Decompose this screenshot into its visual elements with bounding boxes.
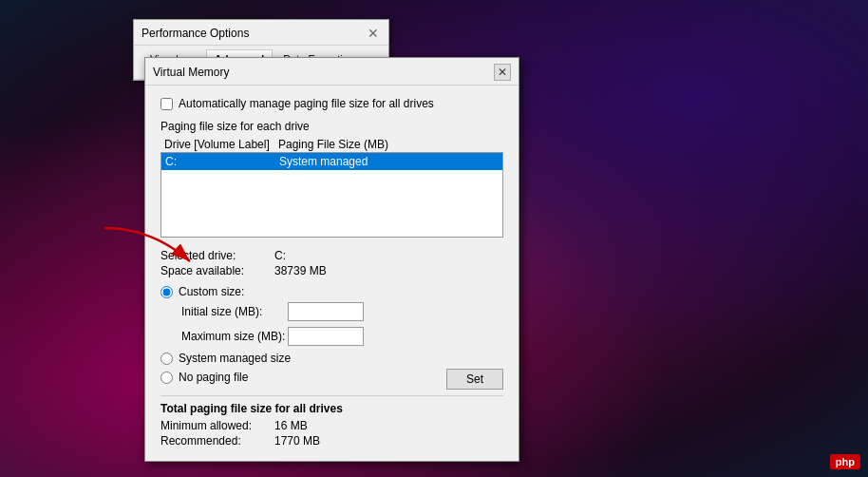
- set-button[interactable]: Set: [446, 369, 503, 390]
- paging-table-header: Drive [Volume Label] Paging File Size (M…: [160, 137, 503, 152]
- drive-c-paging-size: System managed: [279, 155, 499, 168]
- auto-manage-checkbox[interactable]: [160, 98, 173, 110]
- system-managed-radio[interactable]: [160, 353, 173, 365]
- drive-c-label: C:: [165, 155, 279, 168]
- custom-size-radio[interactable]: [160, 286, 173, 298]
- virtual-memory-dialog: Virtual Memory ✕ Automatically manage pa…: [144, 57, 519, 462]
- selected-drive-value: C:: [274, 249, 286, 262]
- initial-size-row: Initial size (MB):: [164, 302, 503, 321]
- auto-manage-label: Automatically manage paging file size fo…: [179, 97, 434, 110]
- vm-title: Virtual Memory: [153, 66, 229, 79]
- performance-options-titlebar: Performance Options ✕: [134, 20, 388, 46]
- no-paging-label: No paging file: [179, 371, 248, 384]
- custom-size-row: Custom size:: [160, 285, 503, 298]
- selected-drive-row: Selected drive: C:: [160, 249, 503, 262]
- no-paging-radio[interactable]: [160, 372, 173, 384]
- paging-size-column-header: Paging File Size (MB): [278, 138, 500, 151]
- vm-titlebar: Virtual Memory ✕: [145, 58, 519, 86]
- performance-options-close-icon[interactable]: ✕: [366, 26, 381, 41]
- custom-size-label: Custom size:: [179, 285, 244, 298]
- vm-close-button[interactable]: ✕: [494, 64, 511, 81]
- info-section: Selected drive: C: Space available: 3873…: [160, 249, 503, 277]
- maximum-size-input[interactable]: [288, 327, 364, 346]
- total-section-label: Total paging file size for all drives: [160, 402, 503, 415]
- initial-size-input[interactable]: [288, 302, 364, 321]
- divider: [160, 395, 503, 396]
- recommended-label: Recommended:: [160, 434, 274, 448]
- minimum-allowed-label: Minimum allowed:: [160, 419, 274, 432]
- paging-list[interactable]: C: System managed: [160, 152, 503, 238]
- space-available-value: 38739 MB: [274, 264, 327, 277]
- no-paging-row: No paging file: [160, 371, 248, 384]
- system-managed-row: System managed size: [160, 352, 503, 365]
- minimum-allowed-value: 16 MB: [274, 419, 308, 432]
- maximum-size-row: Maximum size (MB):: [164, 327, 503, 346]
- selected-drive-label: Selected drive:: [160, 249, 274, 262]
- recommended-row: Recommended: 1770 MB: [160, 434, 503, 448]
- initial-size-label: Initial size (MB):: [164, 305, 288, 318]
- minimum-allowed-row: Minimum allowed: 16 MB: [160, 419, 503, 432]
- space-available-label: Space available:: [160, 264, 274, 277]
- php-badge: php: [830, 454, 860, 469]
- maximum-size-label: Maximum size (MB):: [164, 330, 288, 343]
- drive-column-header: Drive [Volume Label]: [164, 138, 278, 151]
- system-managed-label: System managed size: [179, 352, 291, 365]
- recommended-value: 1770 MB: [274, 434, 320, 448]
- vm-content: Automatically manage paging file size fo…: [145, 86, 519, 461]
- paging-section-label: Paging file size for each drive: [160, 120, 503, 133]
- space-available-row: Space available: 38739 MB: [160, 264, 503, 277]
- radio-section: Custom size: Initial size (MB): Maximum …: [160, 285, 503, 390]
- auto-manage-row: Automatically manage paging file size fo…: [160, 97, 503, 110]
- paging-list-row-c[interactable]: C: System managed: [161, 153, 502, 170]
- performance-options-title: Performance Options: [142, 27, 249, 40]
